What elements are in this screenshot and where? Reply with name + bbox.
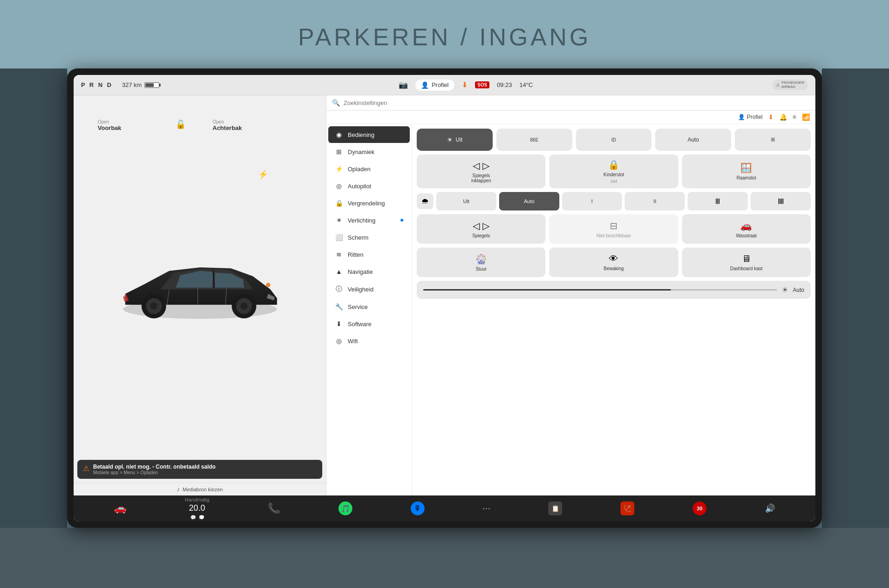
light-uit-label: Uit (456, 136, 463, 143)
taskbar-nav[interactable]: 🏹 (620, 501, 634, 515)
charge-indicator: ⚡ (258, 169, 268, 179)
taskbar-bubble-icon: 💬 (190, 515, 196, 520)
left-side-background (0, 68, 67, 528)
menu-item-scherm[interactable]: ⬜ Scherm (328, 229, 410, 246)
left-panel: Open Voorbak 🔓 Open Achterbak (74, 95, 326, 495)
wiper-1-button[interactable]: I (562, 192, 622, 210)
search-bar: 🔍 (326, 95, 815, 111)
menu-item-vergrendeling[interactable]: 🔒 Vergrendeling (328, 195, 410, 211)
bewaking-icon: 👁 (609, 254, 618, 264)
stuur-button[interactable]: 🎡 Stuur (417, 248, 545, 277)
svg-point-8 (266, 283, 270, 287)
right-side-background (822, 68, 889, 528)
light-uit-button[interactable]: ☀ Uit (417, 129, 493, 151)
sun-icon: ☀ (447, 136, 453, 143)
spiegels-label: Spiegels (472, 233, 490, 238)
taskbar-spotify[interactable]: 🎵 (338, 501, 352, 515)
notes-icon: 📋 (548, 501, 562, 515)
taskbar-calendar[interactable]: 30 (693, 501, 707, 515)
alert-title: Betaald opl. niet mog. - Contr. onbetaal… (93, 464, 216, 470)
status-bar: P R N D 327 km 📷 👤 Profiel ⬇ SOS 09:23 1… (74, 75, 815, 95)
achterbak-label: Open Achterbak (213, 119, 242, 131)
taskbar-phone[interactable]: 📞 (268, 502, 280, 514)
sos-badge[interactable]: SOS (475, 81, 489, 88)
wiper-uit-button[interactable]: Uit (436, 192, 496, 210)
wiper-2-button[interactable]: II (625, 192, 685, 210)
nav-icon: 🏹 (620, 501, 634, 515)
menu-item-opladen[interactable]: ⚡ Opladen (328, 161, 410, 177)
raamslot-button[interactable]: 🪟 Raamslot (682, 155, 811, 188)
wifi-menu-icon: ◎ (335, 337, 343, 345)
taskbar-volume[interactable]: 🔊 (765, 503, 775, 514)
light-auto-label: Auto (688, 136, 699, 143)
wasstraat-label: Wasstraat (736, 233, 757, 238)
voorbak-label: Open Voorbak (98, 119, 121, 131)
temperature-display: 14°C (520, 81, 533, 88)
download-icon-header[interactable]: ⬇ (768, 113, 774, 121)
taskbar-app3[interactable]: 🎙 (411, 501, 425, 515)
svg-line-1 (213, 271, 214, 288)
bell-icon[interactable]: 🔔 (779, 113, 787, 121)
car-image: ⚡ (92, 132, 307, 438)
wiper-auto-button[interactable]: Auto (499, 192, 559, 210)
menu-item-verlichting[interactable]: ☀ Verlichting (328, 212, 410, 229)
menu-item-software[interactable]: ⬇ Software (328, 316, 410, 332)
media-bar[interactable]: ♪ Mediabron kiezen (74, 483, 326, 495)
light-mode2-button[interactable]: 86E (496, 129, 572, 151)
taskbar-notes[interactable]: 📋 (548, 501, 562, 515)
ritten-label: Ritten (348, 251, 363, 258)
search-input[interactable] (344, 99, 810, 106)
menu-item-wifi[interactable]: ◎ Wifi (328, 333, 410, 349)
alert-content: Betaald opl. niet mog. - Contr. onbetaal… (93, 464, 216, 475)
wasstraat-button[interactable]: 🚗 Wasstraat (682, 214, 811, 244)
download-icon-top[interactable]: ⬇ (462, 80, 468, 89)
raamslot-label: Raamslot (737, 175, 756, 180)
autopilot-label: Autopilot (348, 183, 371, 190)
wasstraat-icon: 🚗 (740, 220, 752, 231)
menu-item-navigatie[interactable]: ▲ Navigatie (328, 263, 410, 280)
brightness-slider[interactable] (423, 289, 777, 291)
dashboard-kast-icon: 🖥 (742, 254, 751, 264)
kinderslot-sub: GM (610, 179, 617, 184)
mirrors-row: ◁ ▷ Spiegelsinklappen 🔒 Kinderslot GM 🪟 … (417, 155, 811, 188)
light-mode5-button[interactable]: ≡ (735, 129, 811, 151)
menu-item-dynamiek[interactable]: ⊞ Dynamiek (328, 143, 410, 160)
stuur-label: Stuur (476, 266, 487, 272)
alert-box: ⚠ Betaald opl. niet mog. - Contr. onbeta… (77, 460, 322, 479)
wifi-icon[interactable]: ✳ (792, 113, 797, 121)
software-label: Software (348, 321, 371, 328)
menu-item-autopilot[interactable]: ◎ Autopilot (328, 178, 410, 194)
wipers-row: 🌧 Uit Auto I II (417, 192, 811, 210)
dashboard-kast-button[interactable]: 🖥 Dashboard kast (682, 248, 811, 277)
profile-label: Profiel (432, 81, 449, 88)
light-auto-button[interactable]: Auto (655, 129, 731, 151)
taskbar-climate[interactable]: Handmatig 20.0 💬 💭 (185, 497, 209, 520)
lock-icon[interactable]: 🔓 (175, 119, 186, 130)
bewaking-button[interactable]: 👁 Bewaking (549, 248, 678, 277)
wiper-4-button[interactable] (751, 192, 811, 210)
taskbar-more[interactable] (483, 508, 490, 509)
taskbar: 🚗 Handmatig 20.0 💬 💭 📞 🎵 🎙 (74, 495, 815, 521)
niet-beschikbaar-button[interactable]: ⊟ Niet beschikbaar (549, 214, 678, 244)
menu-item-veiligheid[interactable]: ⓘ Veiligheid (328, 280, 410, 298)
wiper-3-button[interactable] (688, 192, 748, 210)
alert-icon: ⚠ (83, 464, 89, 473)
verlichting-label: Verlichting (348, 217, 376, 224)
extra-controls-row1: ◁ ▷ Spiegels ⊟ Niet beschikbaar 🚗 Wasstr… (417, 214, 811, 244)
profile-button[interactable]: 👤 Profiel (415, 80, 454, 91)
menu-item-service[interactable]: 🔧 Service (328, 298, 410, 315)
spiegels-button[interactable]: ◁ ▷ Spiegels (417, 214, 545, 244)
taskbar-car[interactable]: 🚗 (114, 502, 126, 514)
camera-icon[interactable]: 📷 (399, 80, 408, 89)
niet-beschikbaar-icon: ⊟ (610, 220, 618, 231)
menu-item-ritten[interactable]: ≋ Ritten (328, 246, 410, 263)
dashboard-kast-label: Dashboard kast (730, 266, 763, 271)
light-mode3-button[interactable]: ID (576, 129, 652, 151)
menu-item-bediening[interactable]: ◉ Bediening (328, 126, 410, 143)
app3-icon: 🎙 (411, 501, 425, 515)
spiegels-inklappen-button[interactable]: ◁ ▷ Spiegelsinklappen (417, 155, 545, 188)
vergrendeling-icon: 🔒 (335, 199, 343, 207)
profile-header-button[interactable]: 👤 Profiel (738, 114, 763, 120)
kinderslot-button[interactable]: 🔒 Kinderslot GM (549, 155, 678, 188)
software-icon: ⬇ (335, 320, 343, 328)
